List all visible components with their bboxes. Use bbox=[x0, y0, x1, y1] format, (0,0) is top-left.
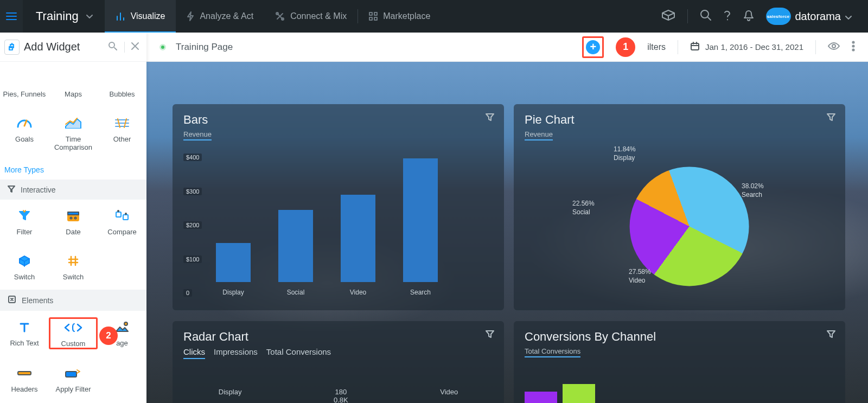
project-name: Training bbox=[36, 9, 79, 23]
widget-switch-2[interactable]: Switch bbox=[49, 248, 98, 286]
card-metric[interactable]: Revenue bbox=[183, 127, 212, 140]
page-title[interactable]: Training Page bbox=[176, 42, 233, 53]
tab-marketplace[interactable]: Marketplace bbox=[358, 0, 441, 33]
callout-frame-1: + bbox=[582, 36, 604, 58]
card-bars[interactable]: Bars Revenue 0$100$200$300$400DisplaySoc… bbox=[173, 104, 504, 310]
grid-icon bbox=[369, 12, 378, 21]
header-icon bbox=[1, 364, 48, 382]
area-icon bbox=[50, 114, 97, 132]
svg-point-7 bbox=[109, 42, 114, 48]
widget-other[interactable]: Other bbox=[98, 110, 146, 157]
svg-rect-5 bbox=[374, 17, 377, 20]
card-pie[interactable]: Pie Chart Revenue 38.02%Search27.58%Vide… bbox=[514, 104, 845, 310]
code-icon bbox=[50, 319, 96, 336]
add-widget-button[interactable]: + bbox=[586, 40, 600, 54]
status-indicator bbox=[159, 44, 166, 50]
radar-tabs: Clicks Impressions Total Conversions bbox=[183, 347, 493, 359]
bolt-icon bbox=[187, 11, 194, 21]
tab-clicks[interactable]: Clicks bbox=[183, 347, 205, 359]
widget-custom[interactable]: Custom bbox=[49, 314, 98, 354]
svg-point-10 bbox=[71, 218, 72, 219]
gauge-icon bbox=[1, 114, 48, 132]
tab-connect[interactable]: Connect & Mix bbox=[264, 0, 358, 33]
card-conversions[interactable]: Conversions By Channel Total Conversions bbox=[514, 321, 845, 403]
tab-impressions[interactable]: Impressions bbox=[214, 347, 258, 359]
widget-pies-funnels[interactable]: Pies, Funnels bbox=[0, 65, 49, 104]
filters-label[interactable]: ilters bbox=[647, 42, 666, 52]
svg-point-21 bbox=[832, 44, 835, 48]
calendar-icon bbox=[50, 207, 97, 225]
widget-time-comparison[interactable]: Time Comparison bbox=[49, 110, 98, 157]
widget-filter[interactable]: Filter bbox=[0, 203, 49, 241]
widget-apply-filter[interactable]: Apply Filter bbox=[49, 360, 98, 399]
bars-icon bbox=[116, 11, 125, 21]
svg-rect-2 bbox=[369, 12, 372, 15]
visibility-icon[interactable] bbox=[828, 42, 840, 53]
help-icon[interactable] bbox=[724, 9, 731, 23]
svg-point-6 bbox=[701, 10, 709, 18]
callout-1: 1 bbox=[616, 37, 635, 57]
filter-icon[interactable] bbox=[827, 113, 835, 124]
svg-rect-3 bbox=[374, 12, 377, 15]
compare-icon bbox=[99, 207, 145, 225]
filter-icon[interactable] bbox=[486, 113, 494, 124]
svg-point-15 bbox=[125, 213, 126, 214]
svg-rect-4 bbox=[369, 17, 372, 20]
more-types-link[interactable]: More Types bbox=[0, 160, 146, 180]
box-icon[interactable] bbox=[661, 10, 675, 23]
filter-icon[interactable] bbox=[827, 330, 835, 341]
card-title: Pie Chart bbox=[525, 113, 834, 127]
add-widget-icon bbox=[4, 40, 20, 55]
section-elements: Elements bbox=[0, 290, 146, 311]
svg-rect-13 bbox=[123, 215, 128, 220]
svg-rect-18 bbox=[18, 372, 31, 375]
svg-point-11 bbox=[75, 218, 76, 219]
search-icon[interactable] bbox=[700, 9, 712, 23]
card-radar[interactable]: Radar Chart Clicks Impressions Total Con… bbox=[173, 321, 504, 403]
card-title: Bars bbox=[183, 113, 493, 127]
svg-point-17 bbox=[124, 322, 127, 325]
nav-separator bbox=[687, 9, 688, 23]
widget-goals[interactable]: Goals bbox=[0, 110, 49, 157]
svg-rect-20 bbox=[691, 43, 699, 50]
panel-title: Add Widget bbox=[24, 41, 101, 53]
filter-icon[interactable] bbox=[486, 330, 494, 341]
widget-maps[interactable]: Maps bbox=[49, 65, 98, 104]
salesforce-logo bbox=[766, 8, 791, 25]
cube-icon bbox=[1, 252, 48, 270]
widget-date[interactable]: Date bbox=[49, 203, 98, 241]
text-icon bbox=[1, 318, 48, 336]
filter-icon bbox=[8, 185, 15, 194]
bell-icon[interactable] bbox=[743, 9, 754, 23]
hamburger-menu[interactable] bbox=[0, 0, 23, 33]
close-icon[interactable] bbox=[129, 40, 141, 54]
tab-visualize[interactable]: Visualize bbox=[105, 0, 176, 33]
svg-point-22 bbox=[852, 41, 854, 43]
connect-icon bbox=[275, 11, 285, 21]
card-title: Radar Chart bbox=[183, 330, 493, 344]
card-metric[interactable]: Revenue bbox=[525, 127, 553, 140]
search-icon[interactable] bbox=[106, 39, 120, 55]
bars-plot: 0$100$200$300$400DisplaySocialVideoSearc… bbox=[183, 152, 493, 300]
date-range-picker[interactable]: Jan 1, 2016 - Dec 31, 2021 bbox=[690, 41, 803, 53]
more-icon[interactable] bbox=[852, 41, 855, 54]
svg-rect-9 bbox=[68, 212, 79, 215]
widget-headers[interactable]: Headers bbox=[0, 360, 49, 399]
project-switcher[interactable]: Training bbox=[23, 9, 105, 23]
tab-total-conversions[interactable]: Total Conversions bbox=[266, 347, 331, 359]
card-metric[interactable]: Total Conversions bbox=[525, 344, 580, 357]
brand: datorama bbox=[766, 8, 852, 25]
svg-rect-19 bbox=[66, 372, 76, 377]
section-interactive: Interactive bbox=[0, 180, 146, 200]
hash-icon bbox=[50, 252, 97, 270]
widget-switch-1[interactable]: Switch bbox=[0, 248, 49, 286]
add-widget-panel: Add Widget Pies, Funnels Maps Bubbles Go… bbox=[0, 33, 146, 403]
widget-bubbles[interactable]: Bubbles bbox=[98, 65, 146, 104]
calendar-icon bbox=[690, 41, 700, 53]
widget-rich-text[interactable]: Rich Text bbox=[0, 314, 49, 354]
svg-point-14 bbox=[118, 210, 119, 212]
funnel-icon bbox=[1, 207, 48, 225]
chevron-down-icon[interactable] bbox=[845, 10, 852, 23]
widget-compare[interactable]: Compare bbox=[98, 203, 146, 241]
tab-analyze[interactable]: Analyze & Act bbox=[176, 0, 264, 33]
